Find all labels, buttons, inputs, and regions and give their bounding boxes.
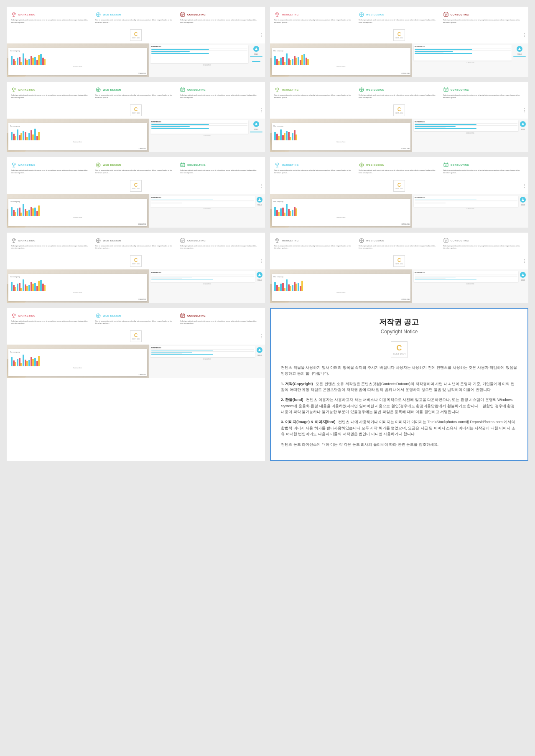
lc6: C [397, 182, 401, 188]
copyright-num1: 1. 저작(Copyright) [281, 382, 313, 386]
ct6: CONSULTING [451, 164, 469, 166]
dots-menu-2[interactable] [524, 33, 525, 37]
svg-point-44 [255, 123, 257, 124]
ctext8: Sed ut perspiciatis unde omnis iste natu… [443, 245, 524, 249]
wt4: WEB DESIGN [366, 89, 385, 91]
services-section-2: MARKETING Sed ut perspiciatis unde omnis… [270, 7, 528, 27]
logo-c-3: C [134, 107, 138, 112]
wt7: WEB DESIGN [103, 239, 121, 242]
marketing-text: Sed ut perspiciatis unde omnis iste natu… [11, 19, 92, 23]
ct4c: Our company [273, 125, 409, 127]
logo-letter-2: C [397, 31, 401, 37]
dots-3[interactable] [261, 108, 262, 112]
logo-section-2: C BEST - 1004 [270, 27, 528, 43]
chart-bars [10, 53, 145, 65]
service-marketing: MARKETING Sed ut perspiciatis unde omnis… [11, 12, 92, 23]
marketing-title-3: MARKETING [18, 89, 36, 91]
consulting-text: Sed ut perspiciatis unde omnis iste natu… [180, 19, 261, 23]
svg-point-45 [276, 88, 278, 90]
mtext4: Sed ut perspiciatis unde omnis iste natu… [274, 94, 355, 99]
svg-point-89 [522, 198, 523, 200]
si8: Our companyBusiness NameCONSULTING REFER… [270, 269, 528, 303]
copyright-panel: 저작권 공고 Copyright Notice C BEST-1004 컨텐츠 … [270, 308, 528, 461]
cb4: Business Name [273, 141, 409, 143]
dots-menu[interactable] [261, 33, 262, 37]
ci6 [443, 162, 449, 168]
slide-left-2: Our company Business Name CONSULTING [270, 43, 412, 77]
wi5 [95, 162, 101, 168]
pi3 [253, 121, 259, 127]
ss7: MARKETING Sed ut perspiciatis unde omnis… [7, 233, 265, 253]
dm8[interactable] [524, 259, 525, 263]
marketing-title: MARKETING [18, 13, 36, 16]
copyright-intro: 컨텐츠 작물을 사용하기 앞서 아래의 항목을 숙지해 주시기 바랍니다 사용자… [281, 365, 517, 377]
ls5sub: BEST - 1004 [132, 188, 139, 190]
mtext8: Sed ut perspiciatis unde omnis iste natu… [274, 245, 355, 249]
svg-point-14 [255, 48, 257, 49]
svg-point-75 [276, 163, 278, 165]
ls6sub: BEST - 1004 [395, 188, 403, 190]
copyright-num3: 3. 이미지(image) & 이미지(font) [281, 420, 336, 424]
marketing-text-2: Sed ut perspiciatis unde omnis iste natu… [274, 19, 355, 23]
ls7: CBEST - 1004 [7, 253, 265, 269]
wt5: WEB DESIGN [103, 164, 121, 166]
wtext5: Sed ut perspiciatis unde omnis iste natu… [95, 169, 176, 174]
consulting-text-2: Sed ut perspiciatis unde omnis iste natu… [443, 19, 524, 23]
slide-pair-3: MARKETING Sed ut perspiciatis unde omnis… [7, 82, 265, 152]
svg-point-60 [13, 163, 15, 165]
cb7: Business Name [10, 292, 145, 294]
wi6 [359, 162, 364, 168]
bl5: CONSULTING [150, 208, 263, 210]
marketing-icon-3 [11, 87, 17, 93]
wi7 [95, 238, 101, 244]
copyright-text1: 모든 컨텐츠 소유 저작권은 콘텐츠닷컴(ContentsDotcom)의 저작… [281, 382, 515, 392]
si9: Our companyBusiness NameCONSULTING REFER… [7, 345, 265, 378]
dm5[interactable] [261, 184, 262, 188]
mi7 [11, 238, 17, 244]
bl4: CONSULTING [414, 132, 527, 134]
service-webdesign-2: WEB DESIGN Sed ut perspiciatis unde omni… [359, 12, 440, 23]
mt4: MARKETING [282, 89, 299, 91]
ct9: CONSULTING [187, 315, 206, 317]
ct4: CONSULTING [451, 89, 469, 91]
marketing-icon-2 [274, 12, 280, 18]
dm6[interactable] [524, 184, 525, 188]
webdesign-title-2: WEB DESIGN [366, 13, 385, 16]
webdesign-icon [95, 12, 101, 18]
copyright-section1: 1. 저작(Copyright) 모든 컨텐츠 소유 저작권은 콘텐츠닷컴(Co… [281, 381, 517, 393]
ls9sub: BEST - 1004 [132, 338, 139, 340]
mt7: MARKETING [18, 239, 36, 242]
ct6c: Our company [273, 200, 409, 203]
sm8: MARKETING Sed ut perspiciatis unde omnis… [274, 238, 355, 249]
copyright-num2: 2. 환불(fund) [281, 398, 303, 402]
chart-title: Our company [10, 50, 145, 52]
ls6: CBEST - 1004 [270, 178, 528, 194]
webdesign-title: WEB DESIGN [103, 13, 121, 16]
svg-point-29 [519, 48, 520, 49]
dm9[interactable] [261, 334, 262, 338]
service-marketing-4: MARKETING Sed ut perspiciatis unde omnis… [274, 87, 355, 99]
lc4: C [397, 107, 401, 112]
webdesign-text-2: Sed ut perspiciatis unde omnis iste natu… [359, 19, 440, 23]
cb5: Business Name [10, 217, 145, 218]
cb9: Business Name [10, 367, 145, 369]
mt8: MARKETING [282, 239, 299, 242]
mi8 [274, 238, 280, 244]
ci7 [180, 238, 186, 244]
wtext9: Sed ut perspiciatis unde omnis iste natu… [95, 320, 176, 325]
wi9 [95, 313, 101, 319]
copyright-footer: 컨텐츠 폰트 라이선스에 대하 이는 각 각은 폰트 회사의 폴리시에 따라 관… [281, 441, 517, 447]
logo-sub-3: BEST - 1004 [132, 112, 139, 114]
sm5: MARKETING Sed ut perspiciatis unde omnis… [11, 162, 92, 174]
bottom-label-consulting: CONSULTING [150, 64, 263, 66]
sc9: CONSULTING Sed ut perspiciatis unde omni… [180, 313, 261, 325]
dm4[interactable] [524, 108, 525, 112]
dm7[interactable] [261, 259, 262, 263]
sm6: MARKETING Sed ut perspiciatis unde omnis… [274, 162, 355, 174]
mt9: MARKETING [18, 315, 36, 317]
right-panel-stats: REFERENCES [150, 45, 248, 63]
consulting-label-chart: CONSULTING [138, 73, 146, 74]
mi6 [274, 162, 280, 168]
marketing-icon [11, 12, 17, 18]
svg-point-59 [522, 123, 523, 124]
